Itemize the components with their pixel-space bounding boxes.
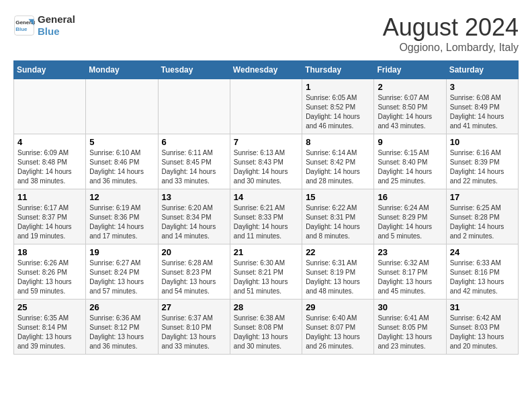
calendar-cell: 20Sunrise: 6:28 AM Sunset: 8:23 PM Dayli… — [158, 244, 230, 300]
location: Oggiono, Lombardy, Italy — [383, 42, 519, 54]
day-info: Sunrise: 6:11 AM Sunset: 8:45 PM Dayligh… — [162, 148, 226, 186]
day-number: 16 — [378, 192, 442, 202]
week-row-2: 4Sunrise: 6:09 AM Sunset: 8:48 PM Daylig… — [14, 134, 519, 189]
calendar-cell: 18Sunrise: 6:26 AM Sunset: 8:26 PM Dayli… — [14, 244, 86, 300]
day-info: Sunrise: 6:42 AM Sunset: 8:03 PM Dayligh… — [450, 314, 515, 351]
title-section: August 2024 Oggiono, Lombardy, Italy — [383, 13, 519, 54]
week-row-3: 11Sunrise: 6:17 AM Sunset: 8:37 PM Dayli… — [14, 189, 519, 244]
calendar-cell: 31Sunrise: 6:42 AM Sunset: 8:03 PM Dayli… — [446, 300, 518, 355]
calendar-cell: 8Sunrise: 6:14 AM Sunset: 8:42 PM Daylig… — [302, 134, 374, 189]
logo-icon: General Blue — [13, 15, 35, 36]
day-info: Sunrise: 6:08 AM Sunset: 8:49 PM Dayligh… — [450, 93, 515, 131]
day-number: 10 — [450, 137, 515, 147]
day-number: 15 — [306, 192, 370, 202]
day-number: 18 — [17, 247, 82, 257]
logo-text-general: General — [38, 13, 75, 26]
day-info: Sunrise: 6:15 AM Sunset: 8:40 PM Dayligh… — [378, 148, 442, 186]
day-info: Sunrise: 6:20 AM Sunset: 8:34 PM Dayligh… — [162, 203, 226, 241]
day-info: Sunrise: 6:13 AM Sunset: 8:43 PM Dayligh… — [234, 148, 298, 186]
day-info: Sunrise: 6:33 AM Sunset: 8:16 PM Dayligh… — [450, 259, 515, 296]
day-info: Sunrise: 6:30 AM Sunset: 8:21 PM Dayligh… — [234, 259, 298, 296]
day-number: 12 — [89, 192, 154, 202]
day-info: Sunrise: 6:27 AM Sunset: 8:24 PM Dayligh… — [89, 259, 154, 296]
day-info: Sunrise: 6:37 AM Sunset: 8:10 PM Dayligh… — [162, 314, 226, 351]
weekday-header-sunday: Sunday — [14, 61, 86, 79]
calendar-cell: 5Sunrise: 6:10 AM Sunset: 8:46 PM Daylig… — [86, 134, 158, 189]
calendar-cell: 28Sunrise: 6:38 AM Sunset: 8:08 PM Dayli… — [230, 300, 302, 355]
calendar-cell: 10Sunrise: 6:16 AM Sunset: 8:39 PM Dayli… — [446, 134, 518, 189]
day-number: 21 — [234, 247, 298, 257]
day-number: 23 — [378, 247, 442, 257]
calendar-cell: 27Sunrise: 6:37 AM Sunset: 8:10 PM Dayli… — [158, 300, 230, 355]
calendar-cell — [158, 79, 230, 134]
weekday-header-saturday: Saturday — [446, 61, 518, 79]
calendar-cell: 19Sunrise: 6:27 AM Sunset: 8:24 PM Dayli… — [86, 244, 158, 300]
day-number: 27 — [162, 302, 226, 312]
calendar-cell: 25Sunrise: 6:35 AM Sunset: 8:14 PM Dayli… — [14, 300, 86, 355]
day-number: 26 — [89, 302, 154, 312]
day-info: Sunrise: 6:10 AM Sunset: 8:46 PM Dayligh… — [89, 148, 154, 186]
calendar-cell: 16Sunrise: 6:24 AM Sunset: 8:29 PM Dayli… — [374, 189, 446, 244]
day-number: 17 — [450, 192, 515, 202]
day-info: Sunrise: 6:07 AM Sunset: 8:50 PM Dayligh… — [378, 93, 442, 131]
day-info: Sunrise: 6:21 AM Sunset: 8:33 PM Dayligh… — [234, 203, 298, 241]
day-info: Sunrise: 6:28 AM Sunset: 8:23 PM Dayligh… — [162, 259, 226, 296]
calendar-table: SundayMondayTuesdayWednesdayThursdayFrid… — [13, 60, 519, 355]
calendar-cell: 17Sunrise: 6:25 AM Sunset: 8:28 PM Dayli… — [446, 189, 518, 244]
calendar-cell: 2Sunrise: 6:07 AM Sunset: 8:50 PM Daylig… — [374, 79, 446, 134]
day-number: 30 — [378, 302, 442, 312]
day-info: Sunrise: 6:38 AM Sunset: 8:08 PM Dayligh… — [234, 314, 298, 351]
calendar-cell: 14Sunrise: 6:21 AM Sunset: 8:33 PM Dayli… — [230, 189, 302, 244]
day-number: 11 — [17, 192, 82, 202]
day-info: Sunrise: 6:35 AM Sunset: 8:14 PM Dayligh… — [17, 314, 82, 351]
calendar-cell: 9Sunrise: 6:15 AM Sunset: 8:40 PM Daylig… — [374, 134, 446, 189]
logo-text-blue: Blue — [38, 26, 75, 38]
day-info: Sunrise: 6:26 AM Sunset: 8:26 PM Dayligh… — [17, 259, 82, 296]
weekday-header-thursday: Thursday — [302, 61, 374, 79]
day-number: 2 — [378, 82, 442, 92]
day-number: 19 — [89, 247, 154, 257]
weekday-header-friday: Friday — [374, 61, 446, 79]
calendar-cell: 24Sunrise: 6:33 AM Sunset: 8:16 PM Dayli… — [446, 244, 518, 300]
calendar-cell — [230, 79, 302, 134]
day-info: Sunrise: 6:32 AM Sunset: 8:17 PM Dayligh… — [378, 259, 442, 296]
day-number: 29 — [306, 302, 370, 312]
calendar-cell: 22Sunrise: 6:31 AM Sunset: 8:19 PM Dayli… — [302, 244, 374, 300]
calendar-cell — [86, 79, 158, 134]
day-number: 5 — [89, 137, 154, 147]
day-info: Sunrise: 6:25 AM Sunset: 8:28 PM Dayligh… — [450, 203, 515, 241]
svg-text:Blue: Blue — [15, 26, 28, 32]
day-info: Sunrise: 6:22 AM Sunset: 8:31 PM Dayligh… — [306, 203, 370, 241]
logo: General Blue General Blue — [13, 13, 75, 38]
weekday-header-wednesday: Wednesday — [230, 61, 302, 79]
day-number: 7 — [234, 137, 298, 147]
calendar-cell: 13Sunrise: 6:20 AM Sunset: 8:34 PM Dayli… — [158, 189, 230, 244]
page-header: General Blue General Blue August 2024 Og… — [13, 13, 519, 54]
calendar-cell: 26Sunrise: 6:36 AM Sunset: 8:12 PM Dayli… — [86, 300, 158, 355]
calendar-cell: 21Sunrise: 6:30 AM Sunset: 8:21 PM Dayli… — [230, 244, 302, 300]
day-info: Sunrise: 6:16 AM Sunset: 8:39 PM Dayligh… — [450, 148, 515, 186]
day-number: 24 — [450, 247, 515, 257]
day-number: 25 — [17, 302, 82, 312]
day-info: Sunrise: 6:19 AM Sunset: 8:36 PM Dayligh… — [89, 203, 154, 241]
day-number: 1 — [306, 82, 370, 92]
day-info: Sunrise: 6:41 AM Sunset: 8:05 PM Dayligh… — [378, 314, 442, 351]
day-info: Sunrise: 6:14 AM Sunset: 8:42 PM Dayligh… — [306, 148, 370, 186]
calendar-cell: 15Sunrise: 6:22 AM Sunset: 8:31 PM Dayli… — [302, 189, 374, 244]
day-info: Sunrise: 6:36 AM Sunset: 8:12 PM Dayligh… — [89, 314, 154, 351]
calendar-cell — [14, 79, 86, 134]
weekday-header-tuesday: Tuesday — [158, 61, 230, 79]
calendar-cell: 4Sunrise: 6:09 AM Sunset: 8:48 PM Daylig… — [14, 134, 86, 189]
weekday-header-monday: Monday — [86, 61, 158, 79]
day-info: Sunrise: 6:31 AM Sunset: 8:19 PM Dayligh… — [306, 259, 370, 296]
day-number: 31 — [450, 302, 515, 312]
day-info: Sunrise: 6:09 AM Sunset: 8:48 PM Dayligh… — [17, 148, 82, 186]
calendar-cell: 11Sunrise: 6:17 AM Sunset: 8:37 PM Dayli… — [14, 189, 86, 244]
week-row-5: 25Sunrise: 6:35 AM Sunset: 8:14 PM Dayli… — [14, 300, 519, 355]
calendar-cell: 6Sunrise: 6:11 AM Sunset: 8:45 PM Daylig… — [158, 134, 230, 189]
calendar-cell: 30Sunrise: 6:41 AM Sunset: 8:05 PM Dayli… — [374, 300, 446, 355]
calendar-cell: 12Sunrise: 6:19 AM Sunset: 8:36 PM Dayli… — [86, 189, 158, 244]
week-row-1: 1Sunrise: 6:05 AM Sunset: 8:52 PM Daylig… — [14, 79, 519, 134]
calendar-cell: 7Sunrise: 6:13 AM Sunset: 8:43 PM Daylig… — [230, 134, 302, 189]
calendar-cell: 23Sunrise: 6:32 AM Sunset: 8:17 PM Dayli… — [374, 244, 446, 300]
